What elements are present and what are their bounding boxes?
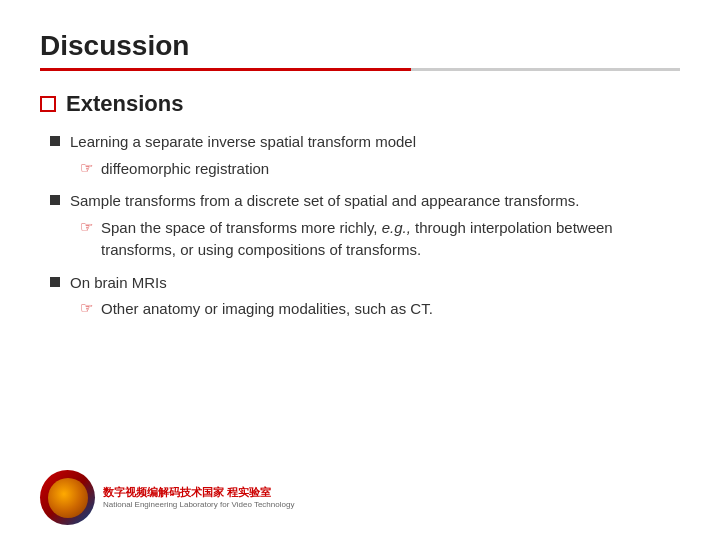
content-area: Learning a separate inverse spatial tran… xyxy=(40,131,680,321)
bullet-icon xyxy=(50,136,60,146)
italic-text: e.g., xyxy=(382,219,411,236)
slide-title: Discussion xyxy=(40,30,680,62)
list-item: Sample transforms from a discrete set of… xyxy=(50,190,680,262)
logo-english-text: National Engineering Laboratory for Vide… xyxy=(103,500,294,510)
sub-text: Span the space of transforms more richly… xyxy=(101,217,680,262)
bullet-icon xyxy=(50,195,60,205)
sub-text: Other anatomy or imaging modalities, suc… xyxy=(101,298,433,321)
arrow-icon: ☞ xyxy=(80,159,93,177)
footer: 数字视频编解码技术国家 程实验室 National Engineering La… xyxy=(40,470,294,525)
arrow-icon: ☞ xyxy=(80,218,93,236)
bullet-row: On brain MRIs xyxy=(50,272,680,295)
bullet-icon xyxy=(50,277,60,287)
list-item: On brain MRIs ☞ Other anatomy or imaging… xyxy=(50,272,680,321)
section-box-icon xyxy=(40,96,56,112)
bullet-row: Sample transforms from a discrete set of… xyxy=(50,190,680,213)
arrow-icon: ☞ xyxy=(80,299,93,317)
title-section: Discussion xyxy=(40,30,680,71)
bullet-text: Sample transforms from a discrete set of… xyxy=(70,190,579,213)
section-header: Extensions xyxy=(40,91,680,117)
underline-gray xyxy=(411,68,680,71)
bullet-text: Learning a separate inverse spatial tran… xyxy=(70,131,416,154)
logo-chinese-text: 数字视频编解码技术国家 程实验室 xyxy=(103,485,294,500)
underline-red xyxy=(40,68,411,71)
logo-text-block: 数字视频编解码技术国家 程实验室 National Engineering La… xyxy=(103,485,294,511)
logo-circle xyxy=(40,470,95,525)
bullet-row: Learning a separate inverse spatial tran… xyxy=(50,131,680,154)
sub-bullet: ☞ Other anatomy or imaging modalities, s… xyxy=(80,298,680,321)
slide: Discussion Extensions Learning a separat… xyxy=(0,0,720,540)
bullet-text: On brain MRIs xyxy=(70,272,167,295)
sub-bullet: ☞ diffeomorphic registration xyxy=(80,158,680,181)
section-title: Extensions xyxy=(66,91,183,117)
list-item: Learning a separate inverse spatial tran… xyxy=(50,131,680,180)
sub-text: diffeomorphic registration xyxy=(101,158,269,181)
sub-bullet: ☞ Span the space of transforms more rich… xyxy=(80,217,680,262)
logo-inner xyxy=(48,478,88,518)
title-underline xyxy=(40,68,680,71)
logo-container: 数字视频编解码技术国家 程实验室 National Engineering La… xyxy=(40,470,294,525)
